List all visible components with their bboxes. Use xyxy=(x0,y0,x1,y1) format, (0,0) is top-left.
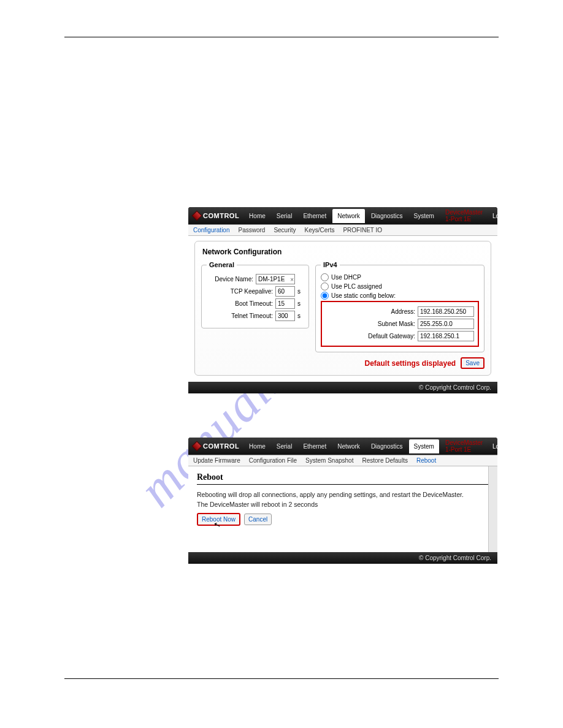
brand-diamond-icon xyxy=(192,211,202,221)
screenshot-stack: Comtrol Home Serial Ethernet Network Dia… xyxy=(188,207,497,564)
gateway-input[interactable] xyxy=(418,331,474,341)
top-nav: Comtrol Home Serial Ethernet Network Dia… xyxy=(188,207,497,224)
logout-link[interactable]: Logout xyxy=(488,209,497,223)
subnet-label: Subnet Mask: xyxy=(378,320,415,327)
device-name-label: Device Name: xyxy=(215,276,253,282)
brand-text: Comtrol xyxy=(203,212,239,219)
seconds-unit-3: s xyxy=(297,313,304,319)
general-panel: General Device Name: × TCP Keepaliv xyxy=(201,261,309,328)
network-config-box: Network Configuration General Device Nam… xyxy=(194,241,491,376)
subnav-config-file[interactable]: Configuration File xyxy=(249,457,297,464)
radio-static[interactable] xyxy=(321,292,329,300)
address-input[interactable] xyxy=(418,306,474,317)
reboot-content: Reboot Rebooting will drop all connectio… xyxy=(188,466,497,552)
scrollbar[interactable] xyxy=(488,466,497,552)
sub-nav-2: Update Firmware Configuration File Syste… xyxy=(188,455,497,466)
sub-nav: Configuration Password Security Keys/Cer… xyxy=(188,224,497,236)
subnav-security[interactable]: Security xyxy=(274,227,296,233)
general-legend: General xyxy=(207,261,237,268)
network-screenshot: Comtrol Home Serial Ethernet Network Dia… xyxy=(188,207,497,393)
boot-timeout-input[interactable] xyxy=(275,298,295,309)
reboot-now-button[interactable]: Reboot Now ↖ xyxy=(197,513,240,526)
nav2-serial[interactable]: Serial xyxy=(272,439,297,453)
tcp-keepalive-label: TCP Keepalive: xyxy=(231,288,273,295)
nav-serial[interactable]: Serial xyxy=(272,209,297,223)
subnav-profinet[interactable]: PROFINET IO xyxy=(343,227,382,233)
ipv4-legend: IPv4 xyxy=(321,261,340,268)
content-area: Network Configuration General Device Nam… xyxy=(188,236,497,382)
use-plc-label: Use PLC assigned xyxy=(331,283,382,290)
ipv4-panel: IPv4 Use DHCP Use PLC assigned xyxy=(315,261,484,352)
nav-network[interactable]: Network xyxy=(332,209,365,223)
telnet-timeout-input[interactable] xyxy=(275,311,295,321)
nav-ethernet[interactable]: Ethernet xyxy=(298,209,331,223)
reboot-paragraph-2: The DeviceMaster will reboot in 2 second… xyxy=(197,501,489,508)
reboot-paragraph-1: Rebooting will drop all connections, app… xyxy=(197,491,489,498)
subnav-keys[interactable]: Keys/Certs xyxy=(305,227,335,233)
footer-copyright-2: © Copyright Comtrol Corp. xyxy=(188,552,497,564)
boot-timeout-label: Boot Timeout: xyxy=(235,300,273,307)
use-static-label: Use static config below: xyxy=(331,292,396,299)
bottom-rule xyxy=(64,678,499,679)
device-header: DeviceMaster 1-Port 1E xyxy=(442,209,486,222)
logout-link-2[interactable]: Logout xyxy=(488,439,497,453)
tcp-keepalive-input[interactable] xyxy=(275,286,295,297)
gateway-label: Default Gateway: xyxy=(368,333,415,339)
subnav-update[interactable]: Update Firmware xyxy=(193,457,240,464)
nav-home[interactable]: Home xyxy=(244,209,270,223)
nav2-ethernet[interactable]: Ethernet xyxy=(298,439,331,453)
page-title: Network Configuration xyxy=(202,248,484,256)
address-label: Address: xyxy=(391,308,415,315)
radio-dhcp[interactable] xyxy=(321,273,329,281)
nav2-system[interactable]: System xyxy=(409,439,439,453)
use-dhcp-label: Use DHCP xyxy=(331,274,361,281)
seconds-unit: s xyxy=(297,288,304,295)
document-page: manualshive.com Comtrol Home Serial Ethe… xyxy=(0,0,563,728)
clear-x-icon[interactable]: × xyxy=(290,276,294,282)
subnav-snapshot[interactable]: System Snapshot xyxy=(305,457,353,464)
brand-logo: Comtrol xyxy=(192,212,243,219)
subnav-reboot[interactable]: Reboot xyxy=(416,457,436,464)
brand-diamond-icon-2 xyxy=(192,441,202,452)
nav2-network[interactable]: Network xyxy=(332,439,365,453)
subnav-configuration[interactable]: Configuration xyxy=(193,227,229,233)
reboot-title: Reboot xyxy=(197,472,492,485)
nav2-home[interactable]: Home xyxy=(244,439,270,453)
static-config-box: Address: Subnet Mask: Default Gateway: xyxy=(321,301,479,347)
nav-diagnostics[interactable]: Diagnostics xyxy=(366,209,408,223)
subnet-input[interactable] xyxy=(418,319,474,329)
nav-system[interactable]: System xyxy=(409,209,439,223)
radio-plc[interactable] xyxy=(321,282,329,290)
seconds-unit-2: s xyxy=(297,300,304,307)
telnet-timeout-label: Telnet Timeout: xyxy=(231,313,273,319)
reboot-screenshot: Comtrol Home Serial Ethernet Network Dia… xyxy=(188,438,497,564)
subnav-restore[interactable]: Restore Defaults xyxy=(362,457,407,464)
default-settings-note: Default settings displayed xyxy=(365,359,456,368)
device-name-input[interactable] xyxy=(256,274,295,284)
save-button[interactable]: Save xyxy=(461,357,484,369)
top-rule xyxy=(64,37,499,37)
footer-copyright: © Copyright Comtrol Corp. xyxy=(188,382,497,393)
brand-text-2: Comtrol xyxy=(203,442,239,450)
brand-logo-2: Comtrol xyxy=(192,442,243,450)
subnav-password[interactable]: Password xyxy=(238,227,265,233)
device-header-2: DeviceMaster 1-Port 1E xyxy=(442,439,486,453)
cancel-button[interactable]: Cancel xyxy=(244,514,272,525)
nav2-diagnostics[interactable]: Diagnostics xyxy=(366,439,408,453)
top-nav-2: Comtrol Home Serial Ethernet Network Dia… xyxy=(188,438,497,455)
